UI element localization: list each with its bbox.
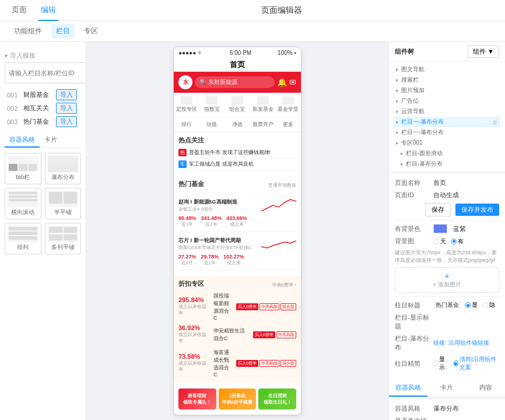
bg-image-radio-group: 无 有 (433, 237, 464, 246)
col-radio-display[interactable]: 显示 (433, 355, 449, 372)
tree-item-9[interactable]: ▸ 栏目-瀑布分布 (394, 159, 500, 169)
fund-stat-11: 29.78% 近1年 (201, 254, 219, 266)
nav-edit[interactable]: 编辑 (38, 0, 58, 21)
save-publish-btn[interactable]: 保存并发布 (455, 204, 499, 216)
col-content-row: 柱目精简 显示 清简|沿用组件文案 (395, 355, 499, 372)
fund-name-0: 赵询 I 新能源5G高端制造 (178, 198, 259, 206)
style-flat[interactable]: 瀑布分布 (45, 153, 82, 184)
delete-icon[interactable]: 🗑 (492, 119, 498, 125)
radio-show (465, 302, 471, 308)
promo-item-2[interactable]: 73.58% 成立以来收益率 海富通成长甄选混合C 买入0费率 中高风险 混合型 (178, 347, 296, 379)
tree-item-1[interactable]: ▸ 搜索栏 (394, 75, 500, 85)
nav2-item-4[interactable]: 更多 (275, 117, 301, 132)
col-content-radios: 显示 清简|沿用组件文案 (433, 355, 499, 372)
nav-zones[interactable]: 专区 (79, 24, 103, 38)
nav2-item-2[interactable]: 净值 (225, 117, 250, 132)
tree-item-0[interactable]: ▸ 图文导航 (394, 64, 500, 75)
col-num: 003 (5, 115, 21, 128)
add-image-btn[interactable]: + + 添加图片 (395, 267, 499, 293)
second-nav: 功能组件 栏目 专区 (0, 21, 505, 42)
tree-icon-8: ▸ (401, 150, 404, 156)
tree-item-4[interactable]: ▸ 运营导航 (394, 106, 500, 117)
tree-item-8[interactable]: ▸ 栏目-圆形滑动 (394, 148, 500, 159)
right-tab-0[interactable]: 容器风格 (389, 380, 427, 397)
right-tab-1[interactable]: 卡片 (427, 380, 466, 397)
nav2-item-0[interactable]: 排行 (174, 117, 199, 132)
promo-tags-1: 买入0费率 中高风险 (253, 331, 296, 338)
nav-item-3[interactable]: 新发基金 (250, 93, 276, 117)
banner-item-1[interactable]: 1折基金 申购1折手续费 (219, 388, 257, 410)
tab-card[interactable]: 卡片 (40, 133, 62, 148)
add-image-label: + 添加图片 (399, 281, 495, 289)
fund-item-1[interactable]: 芯片 I 新一轮国产替代周期 国泰CES半导体芯片行业ETF联接C 27.27%… (178, 232, 296, 270)
save-btn[interactable]: 保存 (425, 203, 451, 216)
nav-item-2[interactable]: 组合宝 (225, 93, 250, 117)
component-header: 组件树 组件 ▼ (389, 42, 505, 62)
promo-section: 折扣专区 申购0费率 › 295.84% 成立以来收益率 国投瑞银新能源混合C … (174, 276, 301, 383)
signal-icon: ●●●●● ᯤ (178, 50, 204, 56)
nav-components[interactable]: 功能组件 (9, 24, 47, 38)
phone-nav-1: 定投专区 指数宝 组合宝 新发基金 基金学堂 (174, 93, 301, 117)
phone-title: 首页 (174, 58, 301, 72)
right-tab-2[interactable]: 内容 (467, 380, 505, 397)
nav2-item-1[interactable]: 估值 (199, 117, 225, 132)
msg-icon[interactable]: ✉ (289, 78, 296, 87)
phone-search-bar[interactable]: 🔍 东财新能源 (195, 76, 275, 88)
tree-item-5[interactable]: ▸ 栏目一-瀑布分布 🗑 (394, 117, 500, 127)
banner-item-0[interactable]: 新客理财 领取专属礼！ (178, 388, 216, 410)
promo-item-0[interactable]: 295.84% 成立以来收益率 国投瑞银新能源混合C 买入0费率 中高风险 混合… (178, 290, 296, 323)
nav-item-4[interactable]: 基金学堂 (275, 93, 301, 117)
bg-radio-yes[interactable]: 有 (451, 237, 464, 246)
col-content-label: 柱目精简 (395, 359, 430, 368)
nav-item-0[interactable]: 定投专区 (174, 93, 199, 117)
col-link-text[interactable]: 链接: 沿用组件镜链接 (433, 339, 489, 347)
import-btn-0[interactable]: 导入 (56, 89, 77, 100)
fund-item-0[interactable]: 赵询 I 新能源5G高端制造 农银工业4.0混合 90.48% 近1年 (178, 193, 296, 232)
style-multi[interactable]: 多列平铺 (45, 223, 82, 254)
nav-page[interactable]: 页面 (9, 0, 29, 21)
search-input[interactable] (5, 62, 86, 83)
col-radio-show[interactable]: 显 (465, 301, 478, 309)
component-dropdown-btn[interactable]: 组件 ▼ (468, 46, 499, 58)
style-half[interactable]: 半平铺 (45, 188, 82, 219)
promo-item-1[interactable]: 36.92% 成立以来收益率 华安精致生活混合C 买入0费率 中高风险 (178, 323, 296, 347)
right-panel: 组件树 组件 ▼ ▸ 图文导航 ▸ 搜索栏 ▸ 图片预加 ▸ 广告位 (388, 42, 505, 420)
style-tab[interactable]: tab栏 (5, 153, 41, 184)
hot-item-0[interactable]: 热 普盈五轮牛市 发现了这些赚钱规律! (178, 147, 296, 159)
style-scroll[interactable]: 横向滚动 (5, 188, 41, 219)
bell-icon[interactable]: 🔔 (277, 78, 287, 87)
page-name-label: 页面名称 (395, 178, 430, 187)
bg-radio-no[interactable]: 无 (433, 237, 446, 246)
col-radio-hide[interactable]: 隐 (482, 301, 495, 309)
col-radio-simplify[interactable]: 清简|沿用组件文案 (454, 355, 499, 372)
tree-item-3[interactable]: ▸ 广告位 (394, 96, 500, 106)
column-table: 001 财股基金 导入 002 相互关关 导入 003 热门基金 导入 (5, 88, 81, 128)
style-label-scroll: 横向滚动 (8, 208, 38, 216)
tree-item-2[interactable]: ▸ 图片预加 (394, 85, 500, 96)
radio-simplify (454, 360, 459, 366)
import-btn-1[interactable]: 导入 (56, 103, 77, 114)
style-list[interactable]: 排列 (5, 223, 41, 254)
promo-more[interactable]: 申购0费率 › (272, 282, 296, 288)
promo-tags-2: 买入0费率 中高风险 混合型 (236, 360, 296, 367)
battery-icon: 100% ▪ (278, 50, 296, 56)
nav2-item-3[interactable]: 股票开户 (250, 117, 276, 132)
hot-item-1[interactable]: 军 军工领域凸显 或迎布局良机 (178, 159, 296, 170)
tree-item-7[interactable]: ▸ 专区001 (394, 138, 500, 148)
nav-columns[interactable]: 栏目 (51, 24, 75, 38)
banner-item-2[interactable]: 生日理财 领取生日礼！ (258, 388, 296, 410)
import-btn-2[interactable]: 导入 (56, 116, 77, 127)
tree-item-6[interactable]: ▸ 栏目一-瀑布分布 (394, 127, 500, 138)
style-tabs: 容器风格 卡片 (5, 133, 81, 148)
separator (395, 220, 499, 220)
col-target-radios: 显 隐 (465, 301, 495, 309)
color-swatch[interactable] (433, 224, 447, 233)
table-row: 003 热门基金 导入 (5, 115, 81, 128)
radio-hide (482, 302, 488, 308)
fund-stat-12: 102.27% 成立来 (223, 254, 244, 266)
tab-container-style[interactable]: 容器风格 (5, 133, 40, 148)
fund-stats-0: 90.48% 近1年 341.48% 近2年 433.66% 成立来 (178, 215, 296, 228)
page-id-label: 页面ID (395, 191, 430, 200)
promo-tag: 买入0费率 (236, 303, 258, 310)
nav-item-1[interactable]: 指数宝 (199, 93, 225, 117)
